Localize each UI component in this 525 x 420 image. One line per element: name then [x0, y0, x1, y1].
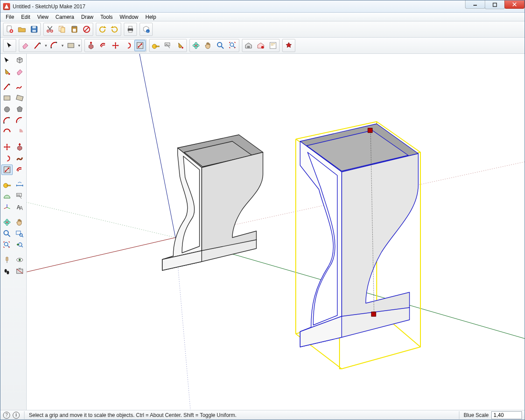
paste-icon[interactable]	[69, 24, 80, 35]
make-component-icon[interactable]	[14, 55, 25, 66]
warehouse-icon[interactable]	[243, 40, 254, 51]
followme-tool-icon[interactable]	[14, 153, 25, 164]
large-toolset: A1AA	[0, 54, 27, 410]
dimension-tool-icon[interactable]	[14, 179, 25, 190]
section-plane-icon[interactable]	[14, 266, 25, 276]
menu-edit[interactable]: Edit	[18, 13, 34, 21]
minimize-button[interactable]	[465, 0, 485, 9]
maximize-button[interactable]	[485, 0, 505, 9]
position-camera-icon[interactable]	[1, 255, 13, 265]
line-tool-icon-dropdown[interactable]: ▼	[44, 40, 48, 51]
cut-icon[interactable]	[44, 24, 56, 35]
pan-tool-icon[interactable]	[203, 40, 214, 51]
svg-line-74	[136, 54, 175, 238]
eraser-tool-icon[interactable]	[14, 66, 25, 77]
ext-manager-icon[interactable]	[283, 40, 294, 51]
line-tool-icon[interactable]	[1, 81, 13, 92]
pan-tool-icon[interactable]	[14, 217, 25, 228]
layout-icon[interactable]	[267, 40, 279, 51]
rotate-tool-icon[interactable]	[122, 40, 133, 51]
pushpull-tool-icon[interactable]	[14, 142, 25, 152]
text-tool-icon[interactable]: A1	[162, 40, 174, 51]
ext-warehouse-icon[interactable]	[255, 40, 266, 51]
move-tool-icon[interactable]	[1, 142, 13, 152]
spacer	[14, 214, 26, 216]
instructor-icon[interactable]: i	[13, 412, 20, 419]
scale-tool-icon[interactable]	[1, 164, 13, 175]
zoom-extents-icon[interactable]	[227, 40, 238, 51]
menu-file[interactable]: File	[2, 13, 18, 21]
spacer	[1, 214, 13, 216]
menu-draw[interactable]: Draw	[78, 13, 97, 21]
polygon-tool-icon[interactable]	[14, 104, 25, 115]
svg-rect-20	[129, 31, 132, 32]
previous-view-icon[interactable]	[14, 240, 25, 250]
window-title: Untitled - SketchUp Make 2017	[13, 4, 85, 10]
redo-icon[interactable]	[109, 24, 120, 35]
pushpull-tool-icon[interactable]	[85, 40, 97, 51]
look-around-icon[interactable]	[14, 255, 25, 265]
freehand-tool-icon[interactable]	[14, 81, 25, 92]
circle-tool-icon[interactable]	[1, 104, 13, 115]
tape-tool-icon[interactable]	[150, 40, 161, 51]
select-tool-icon[interactable]	[1, 55, 13, 66]
menu-camera[interactable]: Camera	[52, 13, 78, 21]
zoom-tool-icon[interactable]	[1, 228, 13, 239]
delete-icon[interactable]	[81, 24, 92, 35]
paint-tool-icon[interactable]	[1, 66, 13, 77]
measurement-input[interactable]	[491, 411, 522, 419]
svg-rect-25	[68, 43, 74, 48]
svg-point-36	[217, 42, 222, 47]
undo-icon[interactable]	[97, 24, 108, 35]
rotate-tool-icon[interactable]	[1, 153, 13, 164]
orbit-tool-icon[interactable]	[1, 217, 13, 228]
svg-point-62	[4, 242, 8, 246]
rectangle-tool-icon-dropdown[interactable]: ▼	[77, 40, 81, 51]
viewport[interactable]	[27, 54, 525, 410]
arc-tool-icon[interactable]	[1, 116, 13, 126]
3dtext-tool-icon[interactable]: AA	[14, 202, 25, 213]
pie-tool-icon[interactable]	[14, 127, 25, 137]
offset-tool-icon[interactable]	[14, 164, 25, 175]
print-icon[interactable]	[125, 24, 136, 35]
help-icon[interactable]: ?	[3, 412, 10, 419]
arc-tool-icon[interactable]	[49, 40, 60, 51]
copy-icon[interactable]	[56, 24, 68, 35]
zoom-extents-icon[interactable]	[1, 240, 13, 250]
walk-tool-icon[interactable]	[1, 266, 13, 276]
open-file-icon[interactable]	[16, 24, 28, 35]
spacer	[14, 138, 26, 141]
arc2-tool-icon[interactable]	[14, 116, 25, 126]
close-button[interactable]	[504, 0, 525, 9]
tape-tool-icon[interactable]	[1, 179, 13, 190]
menu-help[interactable]: Help	[142, 13, 160, 21]
orbit-tool-icon[interactable]	[190, 40, 202, 51]
svg-rect-51	[7, 185, 10, 186]
new-file-icon[interactable]	[4, 24, 15, 35]
line-tool-icon[interactable]	[32, 40, 43, 51]
model-info-icon[interactable]: i	[140, 24, 152, 35]
paint-tool-icon[interactable]	[175, 40, 186, 51]
protractor-tool-icon[interactable]	[1, 191, 13, 201]
zoom-tool-icon[interactable]	[215, 40, 226, 51]
zoom-window-icon[interactable]	[14, 228, 25, 239]
rectangle-tool-icon[interactable]	[1, 93, 13, 103]
svg-point-58	[7, 222, 8, 223]
rectangle-tool-icon[interactable]	[65, 40, 77, 51]
svg-rect-40	[270, 42, 276, 49]
arc3-tool-icon[interactable]	[1, 127, 13, 137]
select-tool-icon[interactable]	[4, 40, 15, 51]
save-file-icon[interactable]	[28, 24, 40, 35]
arc-tool-icon-dropdown[interactable]: ▼	[61, 40, 64, 51]
move-tool-icon[interactable]	[110, 40, 121, 51]
rotated-rect-icon[interactable]	[14, 93, 25, 103]
menu-window[interactable]: Window	[116, 13, 142, 21]
axes-tool-icon[interactable]	[1, 202, 13, 213]
scale-tool-icon[interactable]	[134, 40, 146, 51]
menu-tools[interactable]: Tools	[97, 13, 116, 21]
eraser-tool-icon[interactable]	[20, 40, 31, 51]
offset-tool-icon[interactable]	[98, 40, 109, 51]
menu-view[interactable]: View	[34, 13, 52, 21]
text-tool-icon[interactable]: A1	[14, 191, 25, 201]
svg-rect-8	[32, 30, 36, 32]
